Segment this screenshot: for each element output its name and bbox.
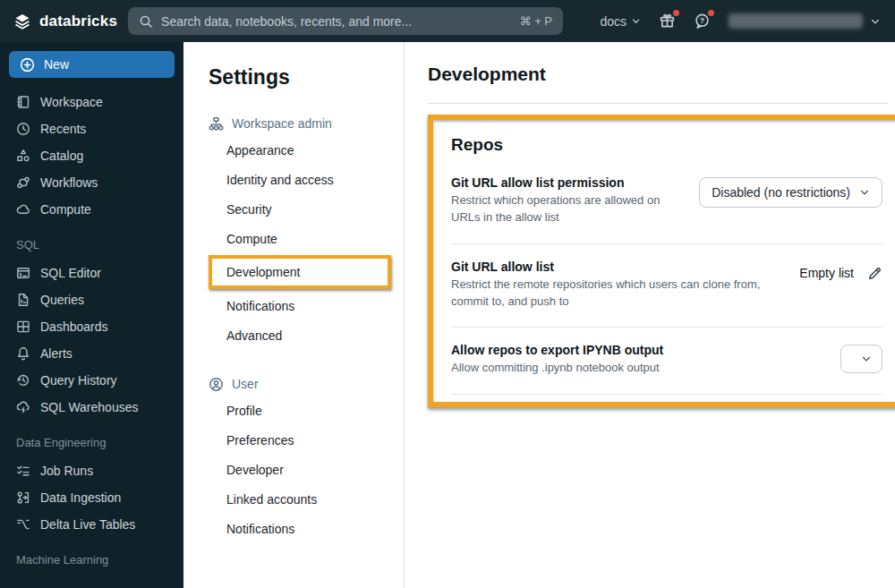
sidebar-item-compute[interactable]: Compute bbox=[0, 196, 183, 223]
sidebar-item-sql-warehouses[interactable]: SQL Warehouses bbox=[0, 394, 183, 421]
org-chart-icon bbox=[209, 116, 224, 132]
sidebar-item-recents[interactable]: Recents bbox=[0, 115, 183, 142]
sidebar-item-label: Queries bbox=[40, 293, 84, 307]
new-button-label: New bbox=[44, 57, 69, 72]
setting-title: Allow repos to export IPYNB output bbox=[451, 343, 817, 357]
search-placeholder: Search data, notebooks, recents, and mor… bbox=[161, 14, 520, 29]
job-runs-icon bbox=[16, 464, 30, 478]
setting-title: Git URL allow list bbox=[451, 260, 776, 274]
sidebar-item-label: Compute bbox=[40, 202, 91, 217]
sidebar-item-label: Alerts bbox=[40, 346, 72, 361]
ipynb-output-dropdown[interactable] bbox=[840, 345, 882, 373]
chevron-down-icon bbox=[859, 187, 870, 198]
setting-title: Git URL allow list permission bbox=[451, 175, 676, 190]
settings-item-notifications-admin[interactable]: Notifications bbox=[226, 291, 404, 320]
title-divider bbox=[428, 103, 888, 104]
chevron-down-icon bbox=[631, 16, 641, 26]
settings-item-development[interactable]: Development bbox=[226, 260, 382, 285]
chevron-down-icon bbox=[870, 16, 881, 27]
cloud-icon bbox=[16, 202, 30, 217]
settings-item-security[interactable]: Security bbox=[226, 194, 404, 224]
settings-section-user[interactable]: User bbox=[209, 372, 404, 396]
workspace-icon bbox=[16, 95, 30, 109]
svg-text:?: ? bbox=[700, 16, 704, 25]
catalog-icon bbox=[16, 149, 30, 163]
settings-item-profile[interactable]: Profile bbox=[226, 396, 404, 425]
top-bar: databricks Search data, notebooks, recen… bbox=[0, 0, 895, 42]
setting-description: Allow committing .ipynb notebook output bbox=[451, 360, 817, 377]
delta-live-tables-icon bbox=[16, 517, 30, 532]
global-search-input[interactable]: Search data, notebooks, recents, and mor… bbox=[128, 7, 563, 35]
setting-description: Restrict which operations are allowed on… bbox=[451, 192, 676, 226]
settings-item-preferences[interactable]: Preferences bbox=[226, 425, 404, 455]
sidebar-item-label: Data Ingestion bbox=[40, 490, 121, 505]
setting-row-git-url-allow-list: Git URL allow list Restrict the remote r… bbox=[451, 244, 882, 328]
sidebar-item-data-ingestion[interactable]: Data Ingestion bbox=[0, 484, 183, 511]
user-settings-list: Profile Preferences Developer Linked acc… bbox=[209, 396, 404, 543]
settings-panel: Settings Workspace admin Appearance Iden… bbox=[183, 42, 405, 588]
sidebar-item-catalog[interactable]: Catalog bbox=[0, 142, 183, 169]
chevron-down-icon bbox=[861, 354, 872, 364]
whats-new-button[interactable] bbox=[659, 13, 676, 30]
sidebar-item-queries[interactable]: Queries bbox=[0, 286, 183, 313]
sidebar-item-job-runs[interactable]: Job Runs bbox=[0, 457, 183, 484]
settings-item-compute[interactable]: Compute bbox=[226, 224, 404, 253]
settings-item-appearance[interactable]: Appearance bbox=[226, 135, 404, 165]
sidebar-item-workspace[interactable]: Workspace bbox=[0, 89, 183, 115]
history-icon bbox=[16, 373, 30, 388]
docs-menu[interactable]: docs bbox=[600, 14, 641, 29]
repos-annotation-highlight: Repos Git URL allow list permission Rest… bbox=[428, 115, 895, 407]
section-header-label: User bbox=[232, 377, 259, 391]
admin-settings-list: Appearance Identity and access Security … bbox=[209, 135, 404, 350]
section-header-label: Workspace admin bbox=[232, 116, 332, 131]
allow-list-value: Empty list bbox=[799, 266, 854, 280]
development-content: Development Repos Git URL allow list per… bbox=[405, 42, 895, 588]
plus-circle-icon bbox=[20, 57, 35, 72]
sidebar-item-label: Delta Live Tables bbox=[40, 517, 135, 532]
settings-item-advanced[interactable]: Advanced bbox=[226, 320, 404, 350]
bell-icon bbox=[16, 346, 30, 361]
sidebar-section-sql: SQL bbox=[0, 238, 183, 251]
settings-section-workspace-admin[interactable]: Workspace admin bbox=[209, 112, 404, 135]
search-shortcut-hint: ⌘ + P bbox=[520, 14, 553, 28]
setting-text: Git URL allow list permission Restrict w… bbox=[451, 175, 699, 226]
sidebar-item-label: Job Runs bbox=[40, 464, 93, 478]
search-icon bbox=[139, 14, 153, 29]
account-menu[interactable] bbox=[729, 13, 881, 29]
settings-item-identity-and-access[interactable]: Identity and access bbox=[226, 165, 404, 194]
setting-row-git-url-permission: Git URL allow list permission Restrict w… bbox=[451, 160, 882, 244]
left-sidebar: New Workspace Recents Catalog bbox=[0, 42, 183, 588]
sidebar-section-machine-learning: Machine Learning bbox=[0, 553, 183, 567]
dashboards-icon bbox=[16, 320, 30, 334]
sidebar-item-delta-live-tables[interactable]: Delta Live Tables bbox=[0, 511, 183, 538]
docs-label: docs bbox=[600, 14, 626, 29]
user-circle-icon bbox=[209, 377, 224, 392]
databricks-logo-icon bbox=[13, 13, 32, 30]
topbar-actions: docs bbox=[600, 13, 881, 30]
logo-text: databricks bbox=[39, 13, 117, 30]
help-button[interactable]: ? bbox=[694, 13, 711, 30]
settings-item-developer[interactable]: Developer bbox=[226, 455, 404, 484]
notification-dot bbox=[708, 10, 714, 16]
sidebar-item-alerts[interactable]: Alerts bbox=[0, 340, 183, 367]
sidebar-item-dashboards[interactable]: Dashboards bbox=[0, 313, 183, 340]
edit-pencil-icon[interactable] bbox=[867, 266, 882, 281]
setting-description: Restrict the remote repositories which u… bbox=[451, 277, 776, 311]
sidebar-item-label: Catalog bbox=[40, 149, 83, 163]
settings-item-notifications-user[interactable]: Notifications bbox=[226, 514, 404, 543]
sidebar-item-workflows[interactable]: Workflows bbox=[0, 169, 183, 196]
new-button[interactable]: New bbox=[9, 51, 175, 78]
sql-editor-icon bbox=[16, 266, 30, 280]
setting-row-ipynb-output: Allow repos to export IPYNB output Allow… bbox=[451, 328, 882, 395]
git-url-permission-dropdown[interactable]: Disabled (no restrictions) bbox=[699, 177, 882, 208]
databricks-logo[interactable]: databricks bbox=[13, 13, 117, 30]
databricks-app: databricks Search data, notebooks, recen… bbox=[0, 0, 895, 588]
page-title: Development bbox=[428, 64, 882, 85]
setting-text: Git URL allow list Restrict the remote r… bbox=[451, 260, 799, 311]
sidebar-item-query-history[interactable]: Query History bbox=[0, 367, 183, 394]
settings-item-linked-accounts[interactable]: Linked accounts bbox=[226, 484, 404, 514]
sidebar-item-label: Workflows bbox=[40, 175, 98, 190]
sidebar-item-sql-editor[interactable]: SQL Editor bbox=[0, 260, 183, 286]
settings-title: Settings bbox=[209, 65, 404, 89]
workflows-icon bbox=[16, 175, 30, 190]
